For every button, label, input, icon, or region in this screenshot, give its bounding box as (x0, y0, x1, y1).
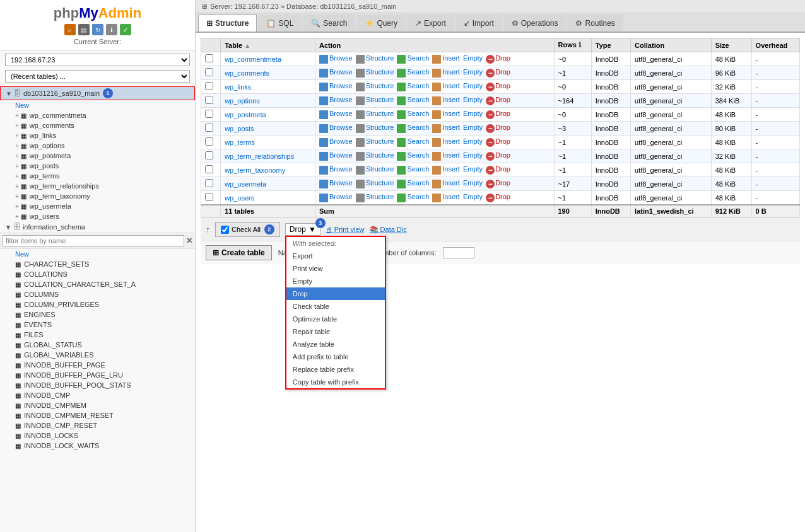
col-table[interactable]: Table ▲ (221, 38, 315, 52)
structure-link-9[interactable]: Structure (366, 179, 394, 187)
drop-link-7[interactable]: Drop (495, 151, 510, 159)
table-name-link-5[interactable]: wp_posts (225, 125, 254, 132)
sidebar-item-INNODB_BUFFER_PAGE[interactable]: ▦ INNODB_BUFFER_PAGE (0, 360, 195, 370)
table-name-link-7[interactable]: wp_term_relationships (225, 153, 294, 160)
sidebar-item-INNODB_BUFFER_POOL_STATS[interactable]: ▦ INNODB_BUFFER_POOL_STATS (0, 380, 195, 390)
check-all-button[interactable]: Check All 2 (215, 222, 280, 237)
drop-link-1[interactable]: Drop (495, 68, 510, 76)
empty-link-8[interactable]: Empty (463, 165, 483, 173)
row-checkbox-6[interactable] (205, 137, 213, 146)
sidebar-item-wp-options[interactable]: + ▦ wp_options (0, 141, 195, 151)
insert-link-9[interactable]: Insert (442, 179, 460, 187)
table-name-link-0[interactable]: wp_commentmeta (225, 55, 281, 63)
sidebar-item-wp-postmeta[interactable]: + ▦ wp_postmeta (0, 151, 195, 161)
sidebar-item-wp-links[interactable]: + ▦ wp_links (0, 130, 195, 141)
structure-link-2[interactable]: Structure (366, 82, 394, 90)
drop-link-6[interactable]: Drop (495, 137, 510, 145)
tab-sql[interactable]: 📋 SQL (258, 14, 302, 32)
row-checkbox-9[interactable] (205, 179, 213, 187)
row-checkbox-7[interactable] (205, 151, 213, 159)
browse-link-5[interactable]: Browse (329, 124, 353, 131)
sidebar-item-COLLATION_CHAR[interactable]: ▦ COLLATION_CHARACTER_SET_A (0, 279, 195, 289)
empty-link-10[interactable]: Empty (463, 193, 483, 200)
print-view-link[interactable]: 🖨 Print view (326, 226, 365, 233)
insert-link-5[interactable]: Insert (442, 124, 460, 131)
dropdown-item-replace-prefix[interactable]: Replace table prefix (286, 363, 385, 376)
structure-link-4[interactable]: Structure (366, 110, 394, 117)
structure-link-7[interactable]: Structure (366, 151, 394, 159)
insert-link-2[interactable]: Insert (442, 82, 460, 90)
row-checkbox-0[interactable] (205, 54, 213, 62)
tab-operations[interactable]: ⚙ Operations (503, 14, 567, 32)
browse-link-9[interactable]: Browse (329, 179, 353, 187)
sidebar-item-wp-terms[interactable]: + ▦ wp_terms (0, 171, 195, 181)
columns-input[interactable] (443, 247, 474, 258)
create-table-button[interactable]: ⊞ Create table (206, 245, 272, 260)
tree-toggle-db-main[interactable]: ▼ (6, 90, 12, 97)
empty-link-0[interactable]: Empty (463, 54, 483, 62)
sidebar-item-new-info[interactable]: New (0, 249, 195, 259)
dropdown-trigger[interactable]: Drop ▼ (285, 223, 320, 236)
drop-link-10[interactable]: Drop (495, 193, 510, 200)
insert-link-0[interactable]: Insert (442, 54, 460, 62)
empty-link-2[interactable]: Empty (463, 82, 483, 90)
tab-search[interactable]: 🔍 Search (303, 14, 355, 32)
rows-info-icon[interactable]: ℹ (579, 41, 581, 49)
sidebar-item-INNODB_LOCKS[interactable]: ▦ INNODB_LOCKS (0, 431, 195, 441)
insert-link-4[interactable]: Insert (442, 110, 460, 117)
sidebar-item-INNODB_LOCK_WAITS[interactable]: ▦ INNODB_LOCK_WAITS (0, 441, 195, 451)
sidebar-item-INNODB_CMP[interactable]: ▦ INNODB_CMP (0, 390, 195, 400)
check-all-checkbox[interactable] (221, 226, 229, 234)
search-link-6[interactable]: Search (407, 137, 429, 145)
sidebar-item-INNODB_BUFFER_PAGE_LRU[interactable]: ▦ INNODB_BUFFER_PAGE_LRU (0, 370, 195, 380)
empty-link-6[interactable]: Empty (463, 137, 483, 145)
drop-link-3[interactable]: Drop (495, 96, 510, 103)
filter-input[interactable] (3, 235, 184, 246)
empty-link-7[interactable]: Empty (463, 151, 483, 159)
empty-link-4[interactable]: Empty (463, 110, 483, 117)
search-link-1[interactable]: Search (407, 68, 429, 76)
drop-link-5[interactable]: Drop (495, 124, 510, 131)
sidebar-item-COLUMNS[interactable]: ▦ COLUMNS (0, 289, 195, 299)
sidebar-item-db-main[interactable]: ▼ 🗄 db1031216_sa910_main 1 (0, 86, 195, 100)
drop-link-8[interactable]: Drop (495, 165, 510, 173)
dropdown-item-export[interactable]: Export (286, 250, 385, 262)
structure-link-1[interactable]: Structure (366, 68, 394, 76)
insert-link-3[interactable]: Insert (442, 96, 460, 103)
sidebar-item-wp-usermeta[interactable]: + ▦ wp_usermeta (0, 201, 195, 211)
tab-import[interactable]: ↙ Import (455, 14, 502, 32)
drop-link-0[interactable]: Drop (495, 54, 510, 62)
sidebar-item-COLUMN_PRIVILEGES[interactable]: ▦ COLUMN_PRIVILEGES (0, 299, 195, 309)
tab-structure[interactable]: ⊞ Structure (198, 14, 257, 32)
sidebar-item-CHARACTER_SETS[interactable]: ▦ CHARACTER_SETS (0, 259, 195, 269)
drop-link-4[interactable]: Drop (495, 110, 510, 117)
empty-link-5[interactable]: Empty (463, 124, 483, 131)
sidebar-item-INNODB_CMP_RESET[interactable]: ▦ INNODB_CMP_RESET (0, 420, 195, 431)
tab-routines[interactable]: ⚙ Routines (567, 14, 623, 32)
sidebar-item-ENGINES[interactable]: ▦ ENGINES (0, 309, 195, 320)
sidebar-item-wp-term-relationships[interactable]: + ▦ wp_term_relationships (0, 181, 195, 191)
row-checkbox-5[interactable] (205, 124, 213, 132)
row-checkbox-2[interactable] (205, 82, 213, 90)
browse-link-7[interactable]: Browse (329, 151, 353, 159)
browse-link-10[interactable]: Browse (329, 193, 353, 200)
logo-icon-db[interactable]: ▤ (78, 24, 90, 35)
search-link-4[interactable]: Search (407, 110, 429, 117)
logo-icon-home[interactable]: ⌂ (64, 24, 76, 35)
structure-link-8[interactable]: Structure (366, 165, 394, 173)
dropdown-item-empty[interactable]: Empty (286, 275, 385, 287)
data-dictionary-link[interactable]: 📚 Data Dic (370, 226, 407, 234)
recent-tables-wrap[interactable]: (Recent tables) ... (0, 69, 195, 85)
table-name-link-1[interactable]: wp_comments (225, 69, 269, 77)
search-link-8[interactable]: Search (407, 165, 429, 173)
sidebar-item-wp-users[interactable]: + ▦ wp_users (0, 211, 195, 221)
sidebar-item-INNODB_CMPMEM[interactable]: ▦ INNODB_CMPMEM (0, 400, 195, 410)
structure-link-5[interactable]: Structure (366, 124, 394, 131)
dropdown-item-print-view[interactable]: Print view (286, 262, 385, 275)
table-name-link-8[interactable]: wp_term_taxonomy (225, 166, 285, 174)
tab-export[interactable]: ↗ Export (407, 14, 454, 32)
table-name-link-3[interactable]: wp_options (225, 97, 260, 105)
dropdown-item-repair-table[interactable]: Repair table (286, 325, 385, 338)
insert-link-6[interactable]: Insert (442, 137, 460, 145)
browse-link-3[interactable]: Browse (329, 96, 353, 103)
